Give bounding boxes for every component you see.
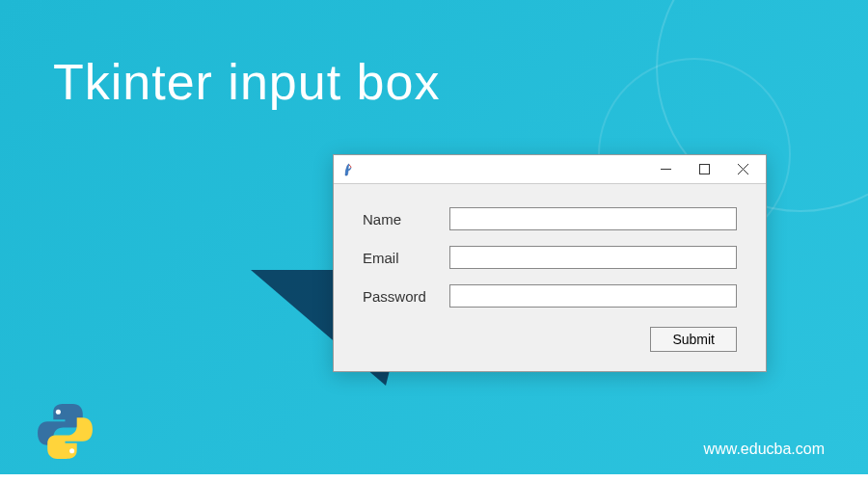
- website-url: www.educba.com: [704, 441, 825, 458]
- name-input[interactable]: [449, 207, 737, 230]
- form-body: Name Email Password Submit: [334, 184, 766, 371]
- close-button[interactable]: [723, 156, 762, 183]
- window-titlebar[interactable]: [334, 155, 766, 184]
- tkinter-window: Name Email Password Submit: [333, 154, 767, 372]
- email-label: Email: [363, 250, 449, 266]
- name-label: Name: [363, 211, 449, 228]
- minimize-button[interactable]: [646, 156, 685, 183]
- form-row-email: Email: [363, 246, 737, 269]
- password-input[interactable]: [449, 284, 737, 308]
- form-row-password: Password: [363, 284, 737, 308]
- form-row-name: Name: [363, 207, 737, 230]
- submit-row: Submit: [363, 327, 737, 352]
- password-label: Password: [363, 288, 449, 305]
- bottom-border: [0, 474, 868, 482]
- email-input[interactable]: [449, 246, 737, 269]
- svg-point-5: [69, 448, 74, 453]
- maximize-button[interactable]: [685, 156, 723, 183]
- submit-button[interactable]: Submit: [650, 327, 737, 352]
- python-logo-icon: [34, 400, 96, 463]
- tkinter-icon: [341, 162, 357, 177]
- svg-point-4: [56, 410, 61, 415]
- svg-rect-1: [699, 165, 709, 174]
- page-title: Tkinter input box: [53, 53, 440, 111]
